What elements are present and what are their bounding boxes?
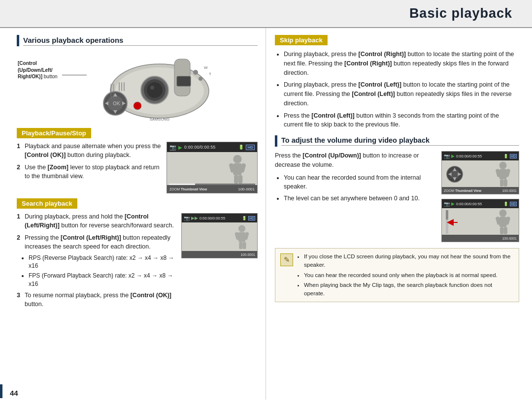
- svg-rect-45: [499, 169, 507, 179]
- file-v1: 100-0001: [502, 189, 517, 192]
- search-num-2: 2: [17, 233, 25, 251]
- vol-time-2: 0:00:00/0:00:55: [456, 202, 482, 206]
- battery-1: 🔋: [238, 145, 244, 150]
- volume-bullet-2: The level can be set anywhere between 0 …: [284, 194, 434, 203]
- play-v2: ▶: [451, 201, 455, 206]
- list-content-1: Playback and pause alternate when you pr…: [25, 142, 162, 159]
- search-screen-top: 📷 ▶▶ 0:00:00/0:00:55 🔋 HD: [182, 214, 257, 222]
- volume-heading-text: To adjust the volume during video playba…: [281, 136, 519, 146]
- note-box: ✎ If you close the LCD screen during pla…: [275, 248, 519, 302]
- callout-line: [62, 75, 87, 75]
- hd-v2: HD: [510, 202, 517, 206]
- person-v2: [491, 209, 515, 234]
- play-v1: ▶: [451, 154, 455, 158]
- svg-rect-57: [503, 227, 507, 234]
- playback-pause-text: 1 Playback and pause alternate when you …: [17, 142, 162, 185]
- svg-marker-50: [447, 219, 454, 226]
- svg-point-4: [147, 82, 163, 98]
- svg-rect-48: [500, 179, 503, 187]
- section-various-playback: Various playback operations [Control (Up…: [17, 35, 258, 124]
- zoom-v1: ZOOM Thumbnail View: [444, 189, 481, 192]
- svg-rect-31: [238, 175, 243, 183]
- vol-screen2-figure: [461, 208, 519, 235]
- search-text-col: 1 During playback, press and hold the [C…: [17, 212, 176, 309]
- section-search-playback: Search playback 1 During playback, press…: [17, 198, 258, 309]
- svg-rect-13: [121, 82, 122, 91]
- battery-v2: 🔋: [503, 202, 508, 206]
- search-screen-mockup: 📷 ▶▶ 0:00:00/0:00:55 🔋 HD: [181, 213, 258, 258]
- battery-s: 🔋: [242, 216, 247, 220]
- hd-badge-1: HD: [246, 145, 255, 150]
- vol-screen2-top: 📷 ▶ 0:00:00/0:00:55 🔋 HD: [442, 199, 519, 208]
- left-column: Various playback operations [Control (Up…: [0, 28, 266, 400]
- skip-bullets: During playback, press the [Control (Rig…: [284, 50, 519, 129]
- page-number-bar: [0, 384, 2, 398]
- page-title-area: Basic playback: [0, 0, 532, 28]
- section-various-heading: Various playback operations: [17, 35, 258, 46]
- svg-point-52: [499, 209, 507, 217]
- person-v1: [491, 161, 515, 187]
- ff-icon: ▶▶: [191, 216, 198, 220]
- screen-bottom-bar-1: ZOOM Thumbnail View 100-0001: [167, 185, 257, 193]
- vol-screen2-bottom: 100-0001: [442, 235, 519, 242]
- volume-heading-bar: [275, 135, 277, 147]
- zoom-label-1: ZOOM Thumbnail View: [169, 187, 207, 191]
- control-callout: [Control (Up/Down/Left/Right/OK)] button: [18, 60, 62, 80]
- volume-screen-2: 📷 ▶ 0:00:00/0:00:55 🔋 HD: [441, 199, 519, 242]
- cam-icon-v2: 📷: [444, 201, 450, 207]
- list-num-1: 1: [17, 142, 25, 159]
- search-item-3: 3 To resume normal playback, press the […: [17, 291, 176, 309]
- skip-playback-heading: Skip playback: [275, 35, 328, 45]
- control-label-normal: button: [44, 74, 58, 79]
- playback-pause-heading: Playback/Pause/Stop: [17, 128, 91, 138]
- file-label-s: 100-0001: [240, 253, 255, 256]
- heading-bar-1: [17, 35, 19, 46]
- svg-text:T: T: [209, 72, 211, 76]
- search-item-2: 2 Pressing the [Control (Left/Right)] bu…: [17, 233, 176, 251]
- cam-icon: 📷: [169, 144, 176, 151]
- search-content-1: During playback, press and hold the [Con…: [25, 212, 176, 230]
- svg-rect-37: [242, 242, 246, 249]
- note-icon: ✎: [284, 255, 290, 264]
- svg-rect-27: [233, 163, 241, 175]
- search-num-3: 3: [17, 291, 25, 309]
- search-content-2: Pressing the [Control (Left/Right)] butt…: [25, 233, 176, 251]
- volume-content: Press the [Control (Up/Down)] button to …: [275, 151, 519, 242]
- note-item-2: You can hear the recorded sound only whe…: [304, 271, 514, 280]
- page-number: 44: [10, 389, 18, 397]
- note-item-1: If you close the LCD screen during playb…: [304, 252, 514, 270]
- screen-figure-area-1: [167, 152, 257, 185]
- battery-v1: 🔋: [503, 154, 508, 158]
- skip-bullet-1: During playback, press the [Control (Rig…: [284, 50, 519, 77]
- screen-time-1: 0:00:00/0:00:55: [184, 145, 216, 150]
- svg-rect-49: [503, 179, 507, 187]
- note-icon-box: ✎: [280, 253, 293, 266]
- section-skip-playback: Skip playback During playback, press the…: [275, 35, 519, 129]
- vol-screen1-bottom: ZOOM Thumbnail View 100-0001: [442, 187, 519, 194]
- hd-v1: HD: [510, 154, 517, 158]
- svg-rect-33: [238, 232, 245, 242]
- search-screen-time: 0:00:00/0:00:55: [200, 216, 225, 220]
- camera-illustration: W T OK: [78, 52, 216, 123]
- svg-point-22: [133, 102, 141, 110]
- svg-point-5: [150, 86, 154, 90]
- note-list: If you close the LCD screen during playb…: [304, 252, 514, 298]
- hd-badge-s: HD: [248, 216, 255, 220]
- svg-rect-14: [124, 82, 125, 91]
- cam-icon-v1: 📷: [444, 154, 450, 159]
- vol-arrow-svg: [447, 219, 458, 226]
- page-title: Basic playback: [409, 6, 512, 21]
- list-item-2: 2 Use the [Zoom] lever to stop playback …: [17, 163, 162, 181]
- playback-pause-inner: 1 Playback and pause alternate when you …: [17, 142, 258, 193]
- svg-rect-53: [499, 217, 507, 227]
- svg-point-9: [199, 77, 202, 81]
- list-num-2: 2: [17, 163, 25, 181]
- screen-top-bar: 📷 ▶ 0:00:00/0:00:55 🔋 HD: [167, 142, 257, 152]
- svg-rect-30: [234, 175, 238, 183]
- vol-time-1: 0:00:00/0:00:55: [456, 154, 482, 158]
- play-arrow: ▶: [178, 145, 182, 150]
- section-volume: To adjust the volume during video playba…: [275, 135, 519, 302]
- volume-arrow-indicator: [447, 219, 458, 227]
- svg-rect-12: [119, 82, 120, 91]
- vol-screen1-top: 📷 ▶ 0:00:00/0:00:55 🔋 HD: [442, 152, 519, 160]
